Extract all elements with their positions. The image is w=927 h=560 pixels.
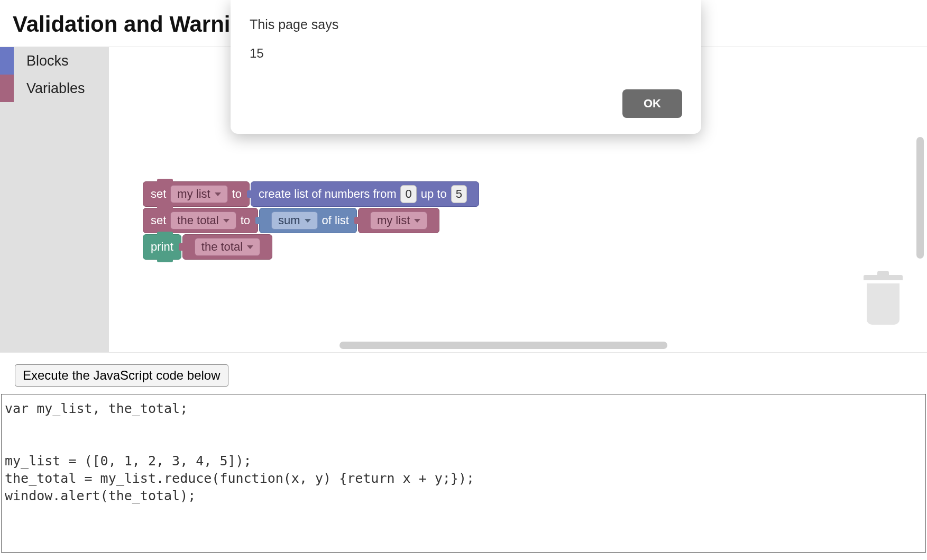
chevron-down-icon bbox=[305, 219, 311, 223]
variable-name: my list bbox=[177, 187, 210, 201]
variable-get-block[interactable]: my list bbox=[358, 208, 439, 233]
print-keyword: print bbox=[151, 240, 173, 254]
upto-keyword: up to bbox=[421, 187, 447, 201]
aggregate-dropdown[interactable]: sum bbox=[271, 212, 318, 229]
variable-dropdown-the-total[interactable]: the total bbox=[195, 238, 260, 256]
toolbox-item-label: Blocks bbox=[26, 53, 69, 69]
aggregate-label: sum bbox=[278, 214, 300, 227]
variable-name: the total bbox=[201, 240, 243, 254]
vertical-scrollbar[interactable] bbox=[916, 137, 924, 259]
oflist-keyword: of list bbox=[322, 214, 349, 227]
dialog-title: This page says bbox=[250, 17, 682, 32]
from-number-field[interactable]: 0 bbox=[400, 185, 416, 203]
block-stack: set my list to create list of numbers fr… bbox=[143, 181, 480, 261]
trash-icon[interactable] bbox=[861, 275, 905, 326]
create-list-block[interactable]: create list of numbers from 0 up to 5 bbox=[251, 181, 479, 207]
chevron-down-icon bbox=[223, 219, 230, 223]
chevron-down-icon bbox=[215, 192, 221, 196]
dialog-ok-button[interactable]: OK bbox=[622, 89, 682, 118]
chevron-down-icon bbox=[247, 245, 253, 249]
variables-swatch-icon bbox=[0, 75, 14, 102]
variable-dropdown-the-total[interactable]: the total bbox=[170, 212, 236, 229]
variable-dropdown-my-list[interactable]: my list bbox=[170, 185, 227, 203]
chevron-down-icon bbox=[414, 219, 420, 223]
toolbox-item-variables[interactable]: Variables bbox=[0, 75, 109, 102]
alert-dialog: This page says 15 OK bbox=[231, 0, 701, 134]
horizontal-scrollbar[interactable] bbox=[339, 342, 667, 349]
variable-name: my list bbox=[377, 214, 410, 227]
variable-get-block[interactable]: the total bbox=[182, 234, 272, 260]
execute-button[interactable]: Execute the JavaScript code below bbox=[15, 364, 228, 387]
toolbox: Blocks Variables bbox=[0, 47, 109, 352]
to-keyword: to bbox=[241, 214, 250, 227]
aggregate-block[interactable]: sum of list bbox=[259, 208, 357, 233]
variable-dropdown-my-list[interactable]: my list bbox=[370, 212, 427, 229]
variable-name: the total bbox=[177, 214, 218, 227]
create-list-label: create list of numbers from bbox=[259, 187, 396, 201]
toolbox-item-label: Variables bbox=[26, 80, 85, 97]
to-keyword: to bbox=[232, 187, 242, 201]
print-block[interactable]: print bbox=[143, 234, 181, 260]
set-keyword: set bbox=[151, 187, 166, 201]
set-block[interactable]: set the total to bbox=[143, 208, 258, 233]
set-block[interactable]: set my list to bbox=[143, 181, 250, 207]
blocks-swatch-icon bbox=[0, 47, 14, 75]
dialog-message: 15 bbox=[250, 46, 682, 61]
toolbox-item-blocks[interactable]: Blocks bbox=[0, 47, 109, 75]
code-output[interactable]: var my_list, the_total; my_list = ([0, 1… bbox=[1, 394, 926, 553]
set-keyword: set bbox=[151, 214, 166, 227]
to-number-field[interactable]: 5 bbox=[451, 185, 467, 203]
